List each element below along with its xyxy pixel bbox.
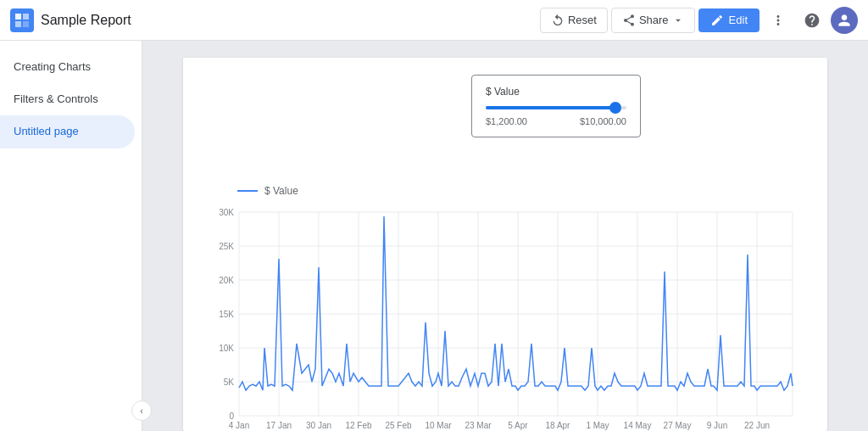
svg-text:30K: 30K [219,208,234,217]
app-logo [10,8,34,32]
svg-rect-2 [15,21,21,27]
edit-button[interactable]: Edit [698,8,760,32]
svg-text:5 Apr: 5 Apr [508,421,528,430]
more-vert-icon [771,13,786,28]
svg-text:23 Mar: 23 Mar [465,421,492,430]
header-right: Reset Share Edit [540,5,858,36]
svg-text:30 Jan: 30 Jan [306,421,331,430]
share-icon [622,14,636,27]
slider-min-label: $1,200.00 [486,116,527,126]
slider-thumb[interactable] [609,102,621,114]
slider-max-label: $10,000.00 [580,116,626,126]
svg-text:22 Jun: 22 Jun [744,421,770,430]
svg-rect-3 [23,21,29,27]
svg-rect-1 [23,14,29,20]
reset-icon [551,14,565,27]
svg-rect-0 [15,14,21,20]
legend-line [237,190,258,192]
svg-text:25K: 25K [219,242,234,251]
slider-labels: $1,200.00 $10,000.00 [486,116,626,126]
content-area: $ Value $1,200.00 $10,000.00 $ Value [142,41,868,431]
slider-track[interactable] [486,106,626,109]
sidebar-item-creating-charts[interactable]: Creating Charts [0,51,142,83]
chevron-down-icon [672,14,684,26]
filter-widget: $ Value $1,200.00 $10,000.00 [471,75,641,137]
svg-text:5K: 5K [224,378,235,387]
share-button[interactable]: Share [611,8,695,33]
svg-text:12 Feb: 12 Feb [345,421,372,430]
help-icon [804,12,821,29]
svg-text:15K: 15K [219,310,234,319]
chart-area: $ Value 30K 25K 20K 15K 10K 5K 0 [203,185,807,431]
reset-button[interactable]: Reset [540,8,608,33]
svg-text:18 Apr: 18 Apr [546,421,571,430]
edit-icon [710,14,724,27]
svg-text:1 May: 1 May [586,421,609,430]
user-avatar[interactable] [831,7,858,34]
help-button[interactable] [797,5,827,36]
sidebar-item-filters-controls[interactable]: Filters & Controls [0,83,142,115]
svg-text:25 Feb: 25 Feb [385,421,412,430]
share-label: Share [639,14,669,26]
svg-text:14 May: 14 May [624,421,652,430]
sidebar: Creating Charts Filters & Controls Untit… [0,41,142,431]
svg-text:17 Jan: 17 Jan [266,421,292,430]
legend-label: $ Value [264,185,298,197]
slider-fill [486,106,615,109]
svg-text:27 May: 27 May [664,421,692,430]
header: Sample Report Reset Share Edit [0,0,868,41]
report-canvas: $ Value $1,200.00 $10,000.00 $ Value [183,58,827,431]
svg-text:20K: 20K [219,276,234,285]
chart-line [239,216,793,390]
edit-label: Edit [729,14,748,26]
line-chart: 30K 25K 20K 15K 10K 5K 0 [203,204,797,431]
more-options-button[interactable] [763,5,793,36]
svg-text:9 Jun: 9 Jun [707,421,727,430]
reset-label: Reset [568,14,597,26]
main-layout: Creating Charts Filters & Controls Untit… [0,41,868,431]
account-icon [836,12,853,29]
svg-text:0: 0 [229,411,234,421]
chart-wrapper: 30K 25K 20K 15K 10K 5K 0 [203,204,807,431]
app-title: Sample Report [41,13,131,28]
filter-title: $ Value [486,86,626,98]
sidebar-collapse-button[interactable]: ‹ [131,400,152,421]
svg-text:10 Mar: 10 Mar [425,421,452,430]
svg-text:10K: 10K [219,344,234,353]
header-left: Sample Report [10,8,131,32]
chart-legend: $ Value [237,185,807,197]
sidebar-item-untitled-page[interactable]: Untitled page [0,115,135,148]
svg-text:4 Jan: 4 Jan [229,421,249,430]
